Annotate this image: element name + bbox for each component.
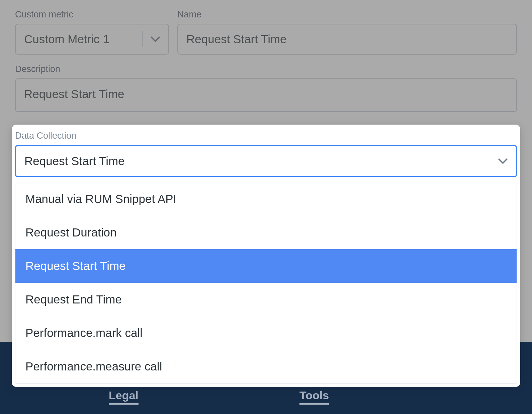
footer-link-legal[interactable]: Legal (109, 389, 139, 405)
data-collection-options: Manual via RUM Snippet APIRequest Durati… (15, 182, 517, 384)
description-label: Description (15, 64, 517, 74)
data-collection-option[interactable]: Request Duration (15, 216, 517, 249)
chevron-down-icon (498, 156, 508, 166)
custom-metric-field-group: Custom metric Custom Metric 1 (15, 9, 169, 55)
chevron-down-icon (151, 34, 160, 44)
data-collection-label: Data Collection (15, 131, 517, 141)
data-collection-value: Request Start Time (24, 154, 490, 168)
custom-metric-value: Custom Metric 1 (24, 32, 142, 46)
data-collection-option[interactable]: Request End Time (15, 283, 517, 316)
data-collection-option[interactable]: Performance.measure call (15, 350, 517, 383)
name-input-value: Request Start Time (186, 32, 287, 46)
select-divider (142, 31, 143, 47)
data-collection-option[interactable]: Manual via RUM Snippet API (15, 182, 517, 216)
description-input-value: Request Start Time (24, 87, 124, 100)
select-divider (490, 153, 490, 169)
data-collection-dropdown: Data Collection Request Start Time Manua… (12, 125, 520, 387)
name-label: Name (177, 9, 517, 20)
data-collection-option[interactable]: Performance.mark call (15, 316, 517, 350)
custom-metric-select[interactable]: Custom Metric 1 (15, 24, 169, 55)
description-input[interactable]: Request Start Time (15, 78, 517, 112)
description-field-group: Description Request Start Time (15, 64, 517, 112)
data-collection-select[interactable]: Request Start Time (15, 145, 517, 177)
name-field-group: Name Request Start Time (177, 9, 517, 55)
footer-link-tools[interactable]: Tools (299, 389, 329, 405)
data-collection-option[interactable]: Request Start Time (15, 249, 517, 283)
name-input[interactable]: Request Start Time (177, 24, 517, 55)
custom-metric-label: Custom metric (15, 9, 169, 20)
